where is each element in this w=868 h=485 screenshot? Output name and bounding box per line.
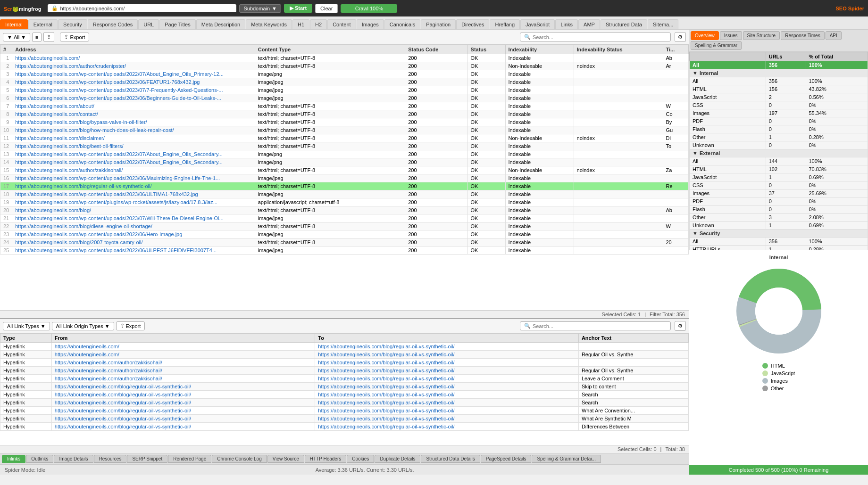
url-bar[interactable]: 🔒	[48, 4, 236, 12]
table-row[interactable]: 2https://aboutengineoils.com/author/crud…	[0, 62, 689, 70]
link-origin-filter[interactable]: All Link Origin Types ▼	[52, 322, 114, 330]
share-button[interactable]: ⇪	[43, 32, 54, 42]
overview-row[interactable]: All144100%	[690, 157, 868, 165]
url-input[interactable]	[60, 6, 233, 11]
list-item[interactable]: Hyperlinkhttps://aboutengineoils.com/blo…	[0, 415, 689, 423]
main-nav-tab-hreflang[interactable]: Hreflang	[490, 19, 520, 29]
list-item[interactable]: Hyperlinkhttps://aboutengineoils.com/aut…	[0, 359, 689, 367]
overview-row[interactable]: Flash00%	[690, 125, 868, 133]
bt-col-from[interactable]: From	[51, 334, 315, 343]
main-nav-tab-canonicals[interactable]: Canonicals	[384, 19, 420, 29]
bt-col-to[interactable]: To	[315, 334, 579, 343]
main-nav-tab-images[interactable]: Images	[357, 19, 384, 29]
main-nav-tab-meta-description[interactable]: Meta Description	[196, 19, 246, 29]
bottom-tab-spelling-grammar[interactable]: Spelling & Grammar Detai...	[532, 455, 601, 463]
sidebar-tab-site-structure[interactable]: Site Structure	[743, 31, 780, 40]
overview-row[interactable]: Other32.08%	[690, 214, 868, 222]
filter-dropdown[interactable]: ▼ All ▼	[3, 33, 30, 41]
bottom-search-input[interactable]	[533, 323, 667, 329]
table-row[interactable]: 18https://aboutengineoils.com/wp-content…	[0, 190, 689, 198]
export-button[interactable]: ⇪ Export	[60, 33, 89, 41]
overview-row[interactable]: CSS00%	[690, 101, 868, 109]
overview-row[interactable]: Unknown00%	[690, 141, 868, 149]
main-nav-tab-response-codes[interactable]: Response Codes	[88, 19, 138, 29]
col-indexability[interactable]: Indexability	[505, 45, 574, 54]
bottom-tab-chrome-console-log[interactable]: Chrome Console Log	[212, 455, 267, 463]
table-row[interactable]: 19https://aboutengineoils.com/wp-content…	[0, 198, 689, 206]
table-row[interactable]: 16https://aboutengineoils.com/wp-content…	[0, 174, 689, 182]
col-status-code[interactable]: Status Code	[405, 45, 467, 54]
main-nav-tab-links[interactable]: Links	[555, 19, 578, 29]
table-row[interactable]: 22https://aboutengineoils.com/blog/diese…	[0, 222, 689, 230]
main-nav-tab-meta-keywords[interactable]: Meta Keywords	[246, 19, 292, 29]
overview-row[interactable]: Unknown10.69%	[690, 222, 868, 230]
list-item[interactable]: Hyperlinkhttps://aboutengineoils.com/aut…	[0, 375, 689, 383]
overview-row[interactable]: Images19755.34%	[690, 109, 868, 117]
table-row[interactable]: 6https://aboutengineoils.com/wp-content/…	[0, 94, 689, 102]
overview-section-internal[interactable]: ▼Internal	[690, 69, 868, 77]
bottom-tab-view-source[interactable]: View Source	[267, 455, 304, 463]
col-status[interactable]: Status	[467, 45, 505, 54]
list-item[interactable]: Hyperlinkhttps://aboutengineoils.com/aut…	[0, 367, 689, 375]
start-button[interactable]: ▶ Start	[284, 4, 312, 13]
table-row[interactable]: 20https://aboutengineoils.com/blog/text/…	[0, 206, 689, 214]
sidebar-tab-issues[interactable]: Issues	[720, 31, 742, 40]
overview-row[interactable]: Flash00%	[690, 206, 868, 214]
bottom-tab-rendered-page[interactable]: Rendered Page	[168, 455, 211, 463]
col-indexability-status[interactable]: Indexability Status	[574, 45, 663, 54]
main-nav-tab-internal[interactable]: Internal	[0, 19, 28, 29]
overview-row[interactable]: JavaScript10.69%	[690, 173, 868, 181]
overview-row[interactable]: HTML15643.82%	[690, 85, 868, 93]
col-address[interactable]: Address	[12, 45, 255, 54]
table-row[interactable]: 8https://aboutengineoils.com/contact/tex…	[0, 110, 689, 118]
table-row[interactable]: 21https://aboutengineoils.com/wp-content…	[0, 214, 689, 222]
table-row[interactable]: 14https://aboutengineoils.com/wp-content…	[0, 158, 689, 166]
search-input[interactable]	[533, 34, 667, 40]
overview-row[interactable]: All356100%	[690, 77, 868, 85]
overview-row[interactable]: PDF00%	[690, 117, 868, 125]
table-row[interactable]: 17https://aboutengineoils.com/blog/regul…	[0, 182, 689, 190]
overview-section-external[interactable]: ▼External	[690, 149, 868, 157]
overview-row[interactable]: CSS00%	[690, 181, 868, 189]
table-row[interactable]: 10https://aboutengineoils.com/blog/how-m…	[0, 126, 689, 134]
section-toggle[interactable]: ▼	[693, 70, 698, 76]
overview-section-security[interactable]: ▼Security	[690, 230, 868, 238]
sidebar-tab-overview[interactable]: Overview	[691, 31, 719, 40]
main-nav-tab-page-titles[interactable]: Page Titles	[159, 19, 195, 29]
bottom-export-button[interactable]: ⇪ Export	[116, 321, 145, 330]
bottom-tab-http-headers[interactable]: HTTP Headers	[305, 455, 347, 463]
bottom-tab-resources[interactable]: Resources	[94, 455, 127, 463]
main-nav-tab-directives[interactable]: Directives	[456, 19, 489, 29]
bottom-tab-cookies[interactable]: Cookies	[347, 455, 374, 463]
bt-col-anchor-text[interactable]: Anchor Text	[578, 334, 688, 343]
bottom-tab-outlinks[interactable]: Outlinks	[26, 455, 53, 463]
list-item[interactable]: Hyperlinkhttps://aboutengineoils.com/blo…	[0, 399, 689, 407]
table-row[interactable]: 11https://aboutengineoils.com/disclaimer…	[0, 134, 689, 142]
link-type-filter[interactable]: All Link Types ▼	[3, 322, 50, 330]
main-nav-tab-structured-data[interactable]: Structured Data	[601, 19, 647, 29]
main-nav-tab-content[interactable]: Content	[327, 19, 356, 29]
settings-button[interactable]: ⚙	[675, 32, 686, 42]
overview-row[interactable]: Images3725.69%	[690, 189, 868, 197]
main-nav-tab-security[interactable]: Security	[58, 19, 87, 29]
col-content-type[interactable]: Content Type	[255, 45, 405, 54]
table-row[interactable]: 23https://aboutengineoils.com/wp-content…	[0, 230, 689, 238]
main-nav-tab-h1[interactable]: H1	[292, 19, 309, 29]
main-nav-tab-h2[interactable]: H2	[310, 19, 327, 29]
overview-row[interactable]: All356100%	[690, 238, 868, 246]
bottom-tab-image-details[interactable]: Image Details	[54, 455, 93, 463]
list-item[interactable]: Hyperlinkhttps://aboutengineoils.com/htt…	[0, 351, 689, 359]
table-row[interactable]: 5https://aboutengineoils.com/wp-content/…	[0, 86, 689, 94]
overview-row[interactable]: PDF00%	[690, 197, 868, 206]
main-nav-tab-external[interactable]: External	[28, 19, 58, 29]
table-row[interactable]: 3https://aboutengineoils.com/wp-content/…	[0, 70, 689, 78]
table-row[interactable]: 7https://aboutengineoils.com/about/text/…	[0, 102, 689, 110]
col-ti...[interactable]: Ti...	[663, 45, 689, 54]
sidebar-tab-response-times[interactable]: Response Times	[781, 31, 824, 40]
list-item[interactable]: Hyperlinkhttps://aboutengineoils.com/blo…	[0, 423, 689, 431]
search-box[interactable]: 🔍	[520, 33, 671, 41]
clear-button[interactable]: Clear	[315, 4, 338, 13]
table-row[interactable]: 12https://aboutengineoils.com/blog/best-…	[0, 142, 689, 150]
bottom-tab-inlinks[interactable]: Inlinks	[2, 455, 25, 463]
bottom-search-box[interactable]: 🔍	[520, 321, 671, 330]
